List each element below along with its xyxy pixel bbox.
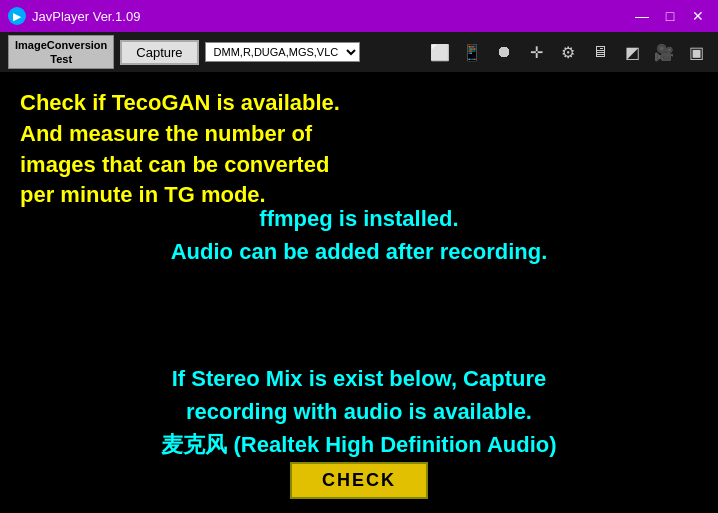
layout-icon[interactable]: ◩ xyxy=(618,38,646,66)
toolbar-icons: ⬜ 📱 ⏺ ✛ ⚙ 🖥 ◩ 🎥 ▣ xyxy=(426,38,710,66)
maximize-button[interactable]: □ xyxy=(658,6,682,26)
window-controls: — □ ✕ xyxy=(630,6,710,26)
cyan-text-block: ffmpeg is installed. Audio can be added … xyxy=(0,202,718,268)
toolbar: ImageConversionTest Capture DMM,R,DUGA,M… xyxy=(0,32,718,72)
cyan2-line1: If Stereo Mix is exist below, Capture xyxy=(172,366,547,391)
camera-icon[interactable]: 🎥 xyxy=(650,38,678,66)
yellow-text-block: Check if TecoGAN is available. And measu… xyxy=(20,88,718,211)
cyan-line2: Audio can be added after recording. xyxy=(171,239,548,264)
close-button[interactable]: ✕ xyxy=(686,6,710,26)
record-icon[interactable]: ⏺ xyxy=(490,38,518,66)
cyan2-line3: 麦克风 (Realtek High Definition Audio) xyxy=(161,432,556,457)
grid-icon[interactable]: ▣ xyxy=(682,38,710,66)
mobile-icon[interactable]: 📱 xyxy=(458,38,486,66)
capture-button[interactable]: Capture xyxy=(120,40,198,65)
add-icon[interactable]: ✛ xyxy=(522,38,550,66)
yellow-line3: images that can be converted xyxy=(20,152,329,177)
yellow-line2: And measure the number of xyxy=(20,121,312,146)
app-icon: ▶ xyxy=(8,7,26,25)
minimize-button[interactable]: — xyxy=(630,6,654,26)
title-bar-left: ▶ JavPlayer Ver.1.09 xyxy=(8,7,140,25)
monitor-icon[interactable]: ⬜ xyxy=(426,38,454,66)
app-title: JavPlayer Ver.1.09 xyxy=(32,9,140,24)
title-bar: ▶ JavPlayer Ver.1.09 — □ ✕ xyxy=(0,0,718,32)
gear-icon[interactable]: ⚙ xyxy=(554,38,582,66)
screen-icon[interactable]: 🖥 xyxy=(586,38,614,66)
cyan-text-block2: If Stereo Mix is exist below, Capture re… xyxy=(0,362,718,461)
image-conversion-button[interactable]: ImageConversionTest xyxy=(8,35,114,70)
cyan-line1: ffmpeg is installed. xyxy=(259,206,458,231)
cyan2-line2: recording with audio is available. xyxy=(186,399,532,424)
source-dropdown[interactable]: DMM,R,DUGA,MGS,VLC xyxy=(205,42,360,62)
yellow-line1: Check if TecoGAN is available. xyxy=(20,90,340,115)
main-content: Check if TecoGAN is available. And measu… xyxy=(0,72,718,513)
check-button[interactable]: CHECK xyxy=(290,462,428,499)
